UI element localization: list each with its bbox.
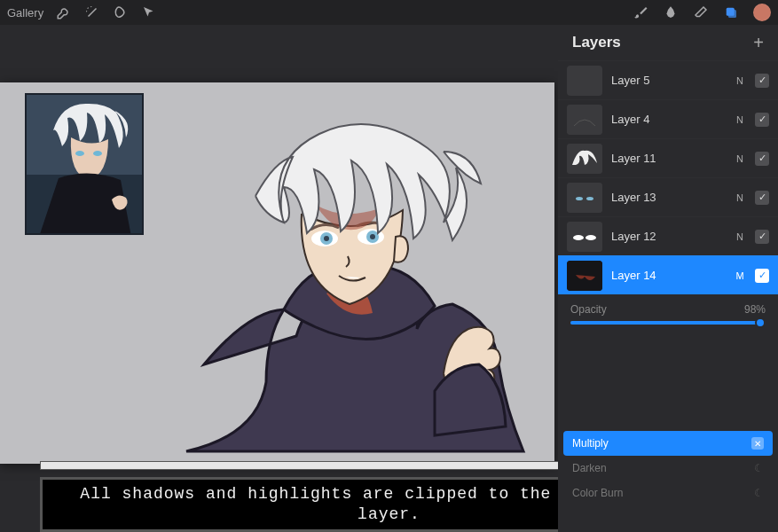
layer-visibility-checkbox[interactable]: ✓ — [755, 230, 769, 244]
layers-icon[interactable] — [723, 4, 739, 20]
layer-name: Layer 12 — [611, 230, 725, 243]
layer-blend-indicator[interactable]: N — [734, 231, 746, 242]
svg-point-11 — [370, 234, 375, 239]
layer-blend-indicator[interactable]: N — [734, 114, 746, 125]
cursor-icon[interactable] — [141, 4, 157, 20]
gallery-button[interactable]: Gallery — [7, 6, 43, 20]
layer-name: Layer 4 — [611, 113, 725, 126]
layer-thumb — [567, 66, 602, 96]
smudge-icon[interactable] — [663, 4, 679, 20]
svg-rect-14 — [567, 183, 602, 213]
moon-icon: ☾ — [754, 462, 764, 474]
blend-mode-label: Darken — [572, 462, 607, 474]
blend-mode-option[interactable]: Darken ☾ — [563, 456, 773, 481]
add-layer-button[interactable]: + — [753, 33, 764, 53]
layer-thumb — [567, 105, 602, 135]
blend-mode-label: Multiply — [572, 437, 609, 450]
artwork — [151, 98, 541, 453]
layer-blend-indicator[interactable]: N — [734, 153, 746, 164]
layer-name: Layer 13 — [611, 191, 725, 204]
layer-row[interactable]: Layer 12 N ✓ — [558, 216, 778, 255]
layer-row-selected[interactable]: Layer 14 M ✓ — [558, 255, 778, 294]
reference-image[interactable] — [25, 93, 144, 235]
svg-rect-17 — [567, 222, 602, 252]
svg-point-19 — [585, 235, 596, 240]
color-swatch[interactable] — [753, 4, 771, 21]
svg-point-5 — [93, 151, 102, 156]
selection-icon[interactable] — [113, 4, 129, 20]
layer-thumb — [567, 144, 602, 174]
opacity-value: 98% — [744, 303, 766, 316]
svg-point-10 — [324, 236, 329, 241]
layer-blend-indicator[interactable]: N — [734, 192, 746, 203]
blend-mode-option[interactable]: Color Burn ☾ — [563, 481, 773, 505]
layer-name: Layer 14 — [611, 269, 725, 282]
layer-blend-indicator[interactable]: M — [734, 270, 746, 281]
layer-visibility-checkbox[interactable]: ✓ — [755, 74, 769, 88]
canvas[interactable] — [0, 82, 554, 464]
moon-icon: ☾ — [754, 487, 764, 499]
brush-icon[interactable] — [633, 4, 648, 20]
opacity-slider[interactable] — [570, 321, 766, 325]
layer-visibility-checkbox[interactable]: ✓ — [755, 152, 769, 166]
blend-mode-option-selected[interactable]: Multiply ✕ — [563, 431, 773, 456]
layer-row[interactable]: Layer 13 N ✓ — [558, 177, 778, 216]
wand-icon[interactable] — [84, 4, 100, 20]
layers-panel: Layers + Layer 5 N ✓ Layer 4 N ✓ Layer 1… — [558, 25, 778, 532]
layer-row[interactable]: Layer 4 N ✓ — [558, 99, 778, 138]
layer-blend-indicator[interactable]: N — [734, 75, 746, 86]
layer-name: Layer 5 — [611, 74, 725, 87]
layer-visibility-checkbox[interactable]: ✓ — [755, 191, 769, 205]
opacity-slider-knob[interactable] — [755, 317, 766, 328]
layer-thumb — [567, 222, 602, 252]
close-icon[interactable]: ✕ — [751, 437, 764, 450]
svg-point-15 — [576, 197, 583, 200]
svg-point-18 — [573, 235, 584, 240]
layers-panel-title: Layers — [572, 34, 621, 51]
top-toolbar: Gallery — [0, 0, 778, 25]
layer-name: Layer 11 — [611, 152, 725, 165]
svg-rect-1 — [728, 10, 736, 18]
layer-visibility-checkbox[interactable]: ✓ — [755, 269, 769, 283]
wrench-icon[interactable] — [56, 4, 72, 20]
eraser-icon[interactable] — [693, 4, 709, 20]
svg-point-4 — [75, 151, 84, 156]
layer-row[interactable]: Layer 11 N ✓ — [558, 138, 778, 177]
svg-point-16 — [586, 197, 593, 200]
opacity-control[interactable]: Opacity 98% — [558, 294, 778, 333]
blend-mode-label: Color Burn — [572, 487, 623, 499]
layer-thumb — [567, 183, 602, 213]
layer-thumb — [567, 261, 602, 291]
layer-visibility-checkbox[interactable]: ✓ — [755, 113, 769, 127]
blend-mode-picker[interactable]: Multiply ✕ Darken ☾ Color Burn ☾ — [563, 431, 773, 505]
opacity-label: Opacity — [570, 303, 607, 316]
layer-row[interactable]: Layer 5 N ✓ — [558, 60, 778, 99]
